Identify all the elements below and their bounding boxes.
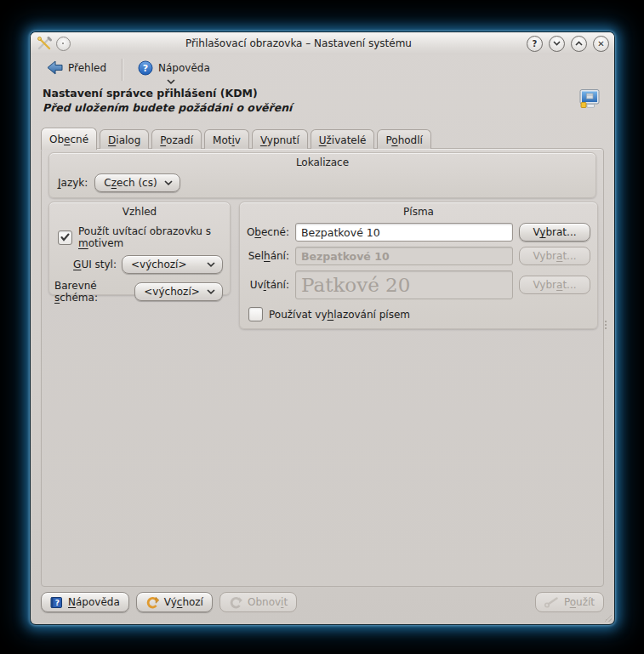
gui-style-combobox-value: <výchozí>	[131, 259, 187, 270]
close-icon: ✕	[597, 39, 604, 48]
gui-style-label: GUI styl:	[73, 259, 117, 270]
apply-check-icon	[544, 596, 559, 608]
help-label: Nápověda	[158, 62, 210, 74]
tab-content: Lokalizace Jazyk: Czech (cs) Vzhled Použ…	[41, 148, 604, 587]
back-arrow-icon	[46, 60, 63, 75]
color-scheme-combobox[interactable]: <výchozí>	[134, 282, 223, 301]
antialiasing-label: Používat vyhlazování písem	[269, 309, 410, 321]
failure-font-field: Bezpatkové 10	[295, 247, 513, 265]
svg-text:?: ?	[143, 63, 148, 74]
language-combobox-value: Czech (cs)	[104, 177, 157, 189]
general-font-field[interactable]: Bezpatkové 10	[295, 223, 513, 242]
tab-pohodli[interactable]: Pohodlí	[377, 129, 430, 149]
fonts-group-title: Písma	[240, 202, 597, 218]
fonts-group: Písma Obecné: Bezpatkové 10 Vybrat... Se…	[239, 202, 598, 329]
font-row-general: Obecné: Bezpatkové 10 Vybrat...	[245, 223, 590, 242]
module-subtitle: Před uložením budete požádáni o ověření	[43, 101, 602, 114]
help-icon: ?	[138, 60, 153, 76]
chevron-down-icon	[553, 41, 561, 46]
check-icon	[60, 233, 70, 242]
overview-label: Přehled	[68, 62, 106, 74]
help-button[interactable]: ? Nápověda	[41, 592, 129, 612]
module-title: Nastavení správce přihlášení (KDM)	[43, 87, 602, 100]
themed-greeter-label: Použít uvítací obrazovku s motivem	[78, 225, 225, 249]
defaults-button[interactable]: Výchozí	[136, 592, 213, 612]
maximize-button[interactable]	[571, 36, 587, 52]
chevron-down-icon	[207, 289, 215, 294]
gui-style-combobox[interactable]: <výchozí>	[122, 255, 223, 274]
resize-grip[interactable]	[604, 614, 612, 622]
font-row-failure: Selhání: Bezpatkové 10 Vybrat...	[245, 247, 590, 265]
failure-font-choose-button: Vybrat...	[519, 247, 590, 265]
themed-greeter-checkbox[interactable]	[58, 230, 72, 245]
titlebar-help-button[interactable]: ?	[527, 36, 543, 52]
menu-chevron-down-icon	[167, 79, 175, 84]
antialiasing-checkbox[interactable]	[248, 307, 263, 321]
tab-pozadi[interactable]: Pozadí	[151, 129, 202, 149]
window-title: Přihlašovací obrazovka – Nastavení systé…	[71, 37, 527, 49]
font-row-greeting: Uvítání: Patkové 20 Vybrat...	[245, 270, 590, 299]
close-button[interactable]: ✕	[593, 36, 609, 52]
appearance-group: Vzhled Použít uvítací obrazovku s motive…	[48, 202, 231, 295]
reset-icon	[229, 596, 242, 609]
tab-uzivatele[interactable]: Uživatelé	[311, 129, 375, 149]
footer-button-bar: ? Nápověda Výchozí Obnovit Použít	[41, 593, 604, 611]
tab-bar: Obecné Dialog Pozadí Motiv Vypnutí Uživa…	[41, 129, 434, 149]
titlebar[interactable]: Přihlašovací obrazovka – Nastavení systé…	[31, 32, 614, 54]
chevron-up-icon	[575, 41, 583, 46]
tab-dialog[interactable]: Dialog	[100, 129, 149, 149]
toolbar: Přehled ? Nápověda	[39, 57, 606, 86]
panel-grip-dots	[605, 321, 607, 331]
appearance-group-title: Vzhled	[49, 202, 230, 218]
localization-group-title: Lokalizace	[49, 153, 596, 168]
module-header: Nastavení správce přihlášení (KDM) Před …	[43, 87, 602, 121]
tab-motiv[interactable]: Motiv	[204, 129, 249, 149]
tab-obecne[interactable]: Obecné	[41, 128, 97, 150]
apply-button: Použít	[535, 592, 604, 612]
tab-vypnuti[interactable]: Vypnutí	[252, 129, 308, 149]
failure-font-label: Selhání:	[245, 250, 289, 262]
question-icon: ?	[533, 39, 538, 48]
sticky-button[interactable]	[56, 37, 71, 51]
window-tools-icon[interactable]	[37, 37, 53, 50]
chevron-down-icon	[164, 180, 173, 185]
undo-icon	[145, 596, 159, 609]
language-combobox[interactable]: Czech (cs)	[94, 173, 180, 192]
minimize-button[interactable]	[549, 36, 565, 52]
greeting-font-label: Uvítání:	[245, 279, 289, 291]
reset-button: Obnovit	[219, 592, 297, 612]
color-scheme-combobox-value: <výchozí>	[144, 286, 200, 298]
color-scheme-label: Barevné schéma:	[54, 280, 129, 304]
general-font-label: Obecné:	[245, 226, 289, 238]
general-font-choose-button[interactable]: Vybrat...	[519, 223, 590, 242]
help-menu-button[interactable]: ? Nápověda	[131, 57, 217, 79]
language-label: Jazyk:	[58, 177, 88, 189]
toolbar-separator	[122, 59, 123, 81]
overview-button[interactable]: Přehled	[39, 57, 113, 78]
greeting-font-choose-button: Vybrat...	[519, 276, 590, 294]
greeting-font-field: Patkové 20	[295, 270, 513, 299]
chevron-down-icon	[207, 262, 215, 267]
app-window: Přihlašovací obrazovka – Nastavení systé…	[31, 32, 614, 624]
localization-group: Lokalizace Jazyk: Czech (cs)	[48, 152, 596, 198]
kdm-module-icon	[578, 88, 601, 111]
help-book-icon: ?	[50, 596, 63, 609]
svg-text:?: ?	[55, 599, 60, 607]
